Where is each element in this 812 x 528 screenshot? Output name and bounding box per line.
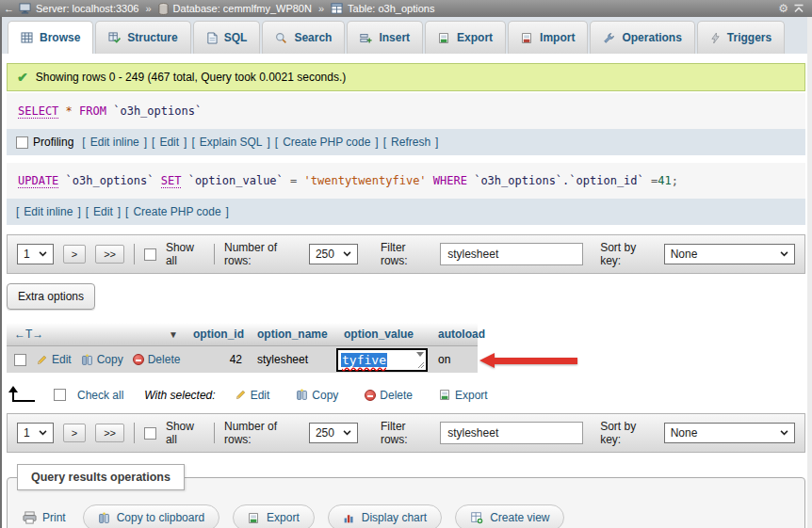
export-sheet-icon bbox=[248, 512, 260, 524]
options-dropdown-icon[interactable]: ▼ bbox=[169, 329, 178, 340]
server-icon bbox=[19, 3, 31, 14]
create-php-code-link[interactable]: Create PHP code bbox=[283, 136, 370, 149]
explain-sql-link[interactable]: Explain SQL bbox=[200, 136, 263, 149]
show-all-checkbox[interactable] bbox=[144, 427, 156, 440]
selected-delete-button[interactable]: Delete bbox=[365, 389, 413, 402]
next-page-button[interactable]: > bbox=[63, 424, 86, 442]
bracket: [ bbox=[191, 136, 194, 149]
bracket: ] bbox=[144, 136, 147, 149]
sql-string: 'twentytwentyfive' bbox=[304, 174, 427, 187]
check-all-link[interactable]: Check all bbox=[77, 389, 123, 402]
edit-inline-link[interactable]: Edit inline bbox=[24, 205, 73, 218]
tab-export[interactable]: Export bbox=[425, 21, 506, 54]
print-button[interactable]: Print bbox=[19, 505, 70, 528]
sql-keyword[interactable]: SET bbox=[161, 174, 182, 188]
main-content: ✔ Showing rows 0 - 249 (467 total, Query… bbox=[0, 54, 812, 528]
bracket: [ bbox=[152, 136, 154, 149]
row-actions-nav-icon[interactable]: ←T→ bbox=[14, 328, 43, 341]
show-all-label: Show all bbox=[166, 420, 204, 446]
refresh-link[interactable]: Refresh bbox=[391, 136, 430, 149]
copy-to-clipboard-button[interactable]: Copy to clipboard bbox=[83, 504, 219, 528]
sort-by-key-select[interactable]: None bbox=[664, 423, 795, 443]
edit-inline-link[interactable]: Edit inline bbox=[90, 136, 139, 149]
export-label: Export bbox=[267, 511, 300, 524]
column-header-option-id[interactable]: option_id bbox=[186, 323, 250, 345]
tab-label: Operations bbox=[622, 31, 681, 44]
tab-search[interactable]: Search bbox=[262, 21, 345, 54]
tab-import[interactable]: Import bbox=[508, 21, 588, 54]
tab-insert[interactable]: Insert bbox=[347, 21, 423, 54]
bracket: ] bbox=[77, 205, 80, 218]
printer-icon bbox=[23, 511, 37, 524]
selected-export-button[interactable]: Export bbox=[439, 389, 488, 402]
breadcrumb-bar: ← Server: localhost:3306 » Database: cem… bbox=[0, 0, 812, 17]
tab-operations[interactable]: Operations bbox=[590, 21, 694, 54]
collapse-top-icon[interactable] bbox=[793, 4, 804, 13]
breadcrumb-table[interactable]: Table: o3h_options bbox=[348, 3, 434, 14]
row-checkbox[interactable] bbox=[14, 354, 26, 366]
tab-sql[interactable]: SQL bbox=[193, 21, 261, 54]
create-view-button[interactable]: Create view bbox=[455, 504, 564, 528]
tab-browse[interactable]: Browse bbox=[8, 21, 93, 54]
success-message: ✔ Showing rows 0 - 249 (467 total, Query… bbox=[7, 63, 805, 91]
export-button[interactable]: Export bbox=[233, 504, 315, 528]
option-value-inline-editor[interactable]: tyfive bbox=[336, 348, 428, 372]
filter-rows-input[interactable] bbox=[440, 422, 583, 444]
operations-icon bbox=[603, 32, 615, 44]
page-select[interactable]: 1 bbox=[17, 423, 54, 443]
show-all-checkbox[interactable] bbox=[144, 248, 156, 261]
row-edit-link[interactable]: Edit bbox=[36, 353, 72, 366]
sort-by-key-select[interactable]: None bbox=[664, 244, 795, 264]
breadcrumb-database[interactable]: Database: cemmlfmy_WP80N bbox=[173, 3, 312, 14]
editor-dropdown-icon[interactable] bbox=[416, 352, 424, 357]
create-php-code-link[interactable]: Create PHP code bbox=[133, 205, 220, 218]
selected-edit-button[interactable]: Edit bbox=[235, 389, 270, 402]
sql-keyword[interactable]: SELECT bbox=[18, 104, 58, 119]
column-header-option-value[interactable]: option_value bbox=[336, 323, 430, 345]
copy-icon bbox=[296, 389, 308, 401]
last-page-button[interactable]: >> bbox=[95, 424, 124, 442]
next-page-button[interactable]: > bbox=[63, 245, 86, 264]
filter-rows-input[interactable] bbox=[440, 243, 583, 265]
page-select[interactable]: 1 bbox=[17, 244, 54, 264]
edit-link[interactable]: Edit bbox=[93, 205, 113, 218]
sql-keyword[interactable]: UPDATE bbox=[18, 174, 58, 188]
number-of-rows-select[interactable]: 250 bbox=[309, 423, 358, 443]
cell-autoload: on bbox=[430, 353, 478, 366]
select-rows-arrow-icon bbox=[12, 388, 35, 402]
bracket: [ bbox=[125, 205, 128, 218]
sql-keyword: FROM bbox=[79, 104, 106, 118]
pencil-icon bbox=[36, 354, 48, 366]
gear-icon[interactable]: ⚙ bbox=[778, 3, 788, 14]
table-row: Edit Copy Delete 42 stylesheet tyfive bbox=[7, 346, 478, 373]
query-results-operations: Query results operations Print Copy to c… bbox=[7, 477, 805, 528]
back-arrow-icon[interactable]: ← bbox=[4, 3, 14, 14]
breadcrumb-server[interactable]: Server: localhost:3306 bbox=[36, 3, 138, 14]
row-delete-link[interactable]: Delete bbox=[133, 353, 181, 366]
pencil-icon bbox=[235, 389, 247, 401]
column-header-autoload[interactable]: autoload bbox=[430, 323, 478, 345]
filter-rows-label: Filter rows: bbox=[381, 420, 430, 446]
editor-resize-grip-icon[interactable] bbox=[417, 361, 425, 369]
triggers-icon bbox=[710, 32, 721, 44]
edit-link[interactable]: Edit bbox=[159, 136, 179, 149]
copy-icon bbox=[81, 354, 93, 366]
number-of-rows-select[interactable]: 250 bbox=[309, 244, 358, 264]
check-all-checkbox[interactable] bbox=[54, 389, 66, 401]
last-page-button[interactable]: >> bbox=[95, 245, 124, 264]
search-icon bbox=[275, 32, 287, 44]
insert-icon bbox=[360, 32, 372, 44]
column-header-option-name[interactable]: option_name bbox=[250, 323, 336, 345]
tab-structure[interactable]: Structure bbox=[95, 21, 190, 54]
extra-options-button[interactable]: Extra options bbox=[7, 283, 95, 310]
display-chart-button[interactable]: Display chart bbox=[328, 504, 442, 528]
chevron-down-icon bbox=[39, 251, 47, 257]
export-icon bbox=[438, 32, 450, 44]
structure-icon bbox=[108, 32, 121, 43]
selected-copy-button[interactable]: Copy bbox=[296, 389, 338, 402]
chevron-down-icon bbox=[780, 251, 788, 257]
tab-triggers[interactable]: Triggers bbox=[697, 21, 785, 54]
tab-label: Insert bbox=[379, 31, 410, 44]
profiling-checkbox[interactable] bbox=[16, 136, 28, 149]
row-copy-link[interactable]: Copy bbox=[81, 353, 123, 366]
